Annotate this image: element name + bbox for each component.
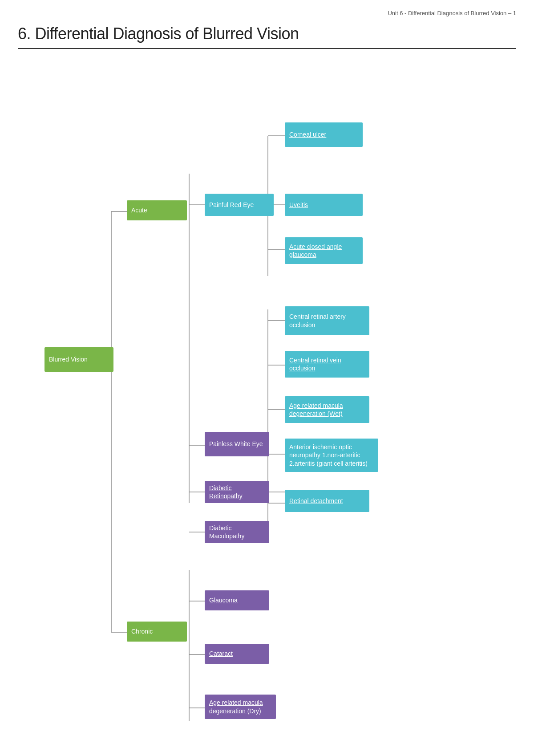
age-related-wet-node: Age related macula degeneration (Wet) — [285, 396, 369, 423]
cataract-node: Cataract — [205, 644, 269, 664]
central-retinal-artery-node: Central retinal artery occlusion — [285, 306, 369, 335]
uveitis-node: Uveitis — [285, 194, 363, 216]
painless-white-eye-node: Painless White Eye — [205, 432, 269, 456]
painful-red-eye-node: Painful Red Eye — [205, 194, 274, 216]
age-related-dry-node: Age related macula degeneration (Dry) — [205, 695, 276, 719]
diabetic-retinopathy-node: Diabetic Retinopathy — [205, 481, 269, 503]
title-divider — [18, 48, 516, 49]
chronic-node: Chronic — [127, 622, 187, 642]
glaucoma-node: Glaucoma — [205, 590, 269, 610]
page-header: Unit 6 - Differential Diagnosis of Blurr… — [388, 10, 516, 16]
diabetic-maculopathy-node: Diabetic Maculopathy — [205, 521, 269, 543]
corneal-ulcer-node: Corneal ulcer — [285, 122, 363, 147]
anterior-ischemic-node: Anterior ischemic optic neuropathy 1.non… — [285, 439, 378, 472]
retinal-detachment-node: Retinal detachment — [285, 490, 369, 512]
page-title: 6. Differential Diagnosis of Blurred Vis… — [18, 24, 299, 43]
blurred-vision-node: Blurred Vision — [44, 347, 113, 372]
connector-lines — [18, 58, 516, 744]
acute-node: Acute — [127, 200, 187, 220]
acute-closed-angle-node: Acute closed angle glaucoma — [285, 237, 363, 264]
diagram: Blurred Vision Acute Chronic Painful Red… — [18, 58, 516, 744]
central-retinal-vein-node: Central retinal vein occlusion — [285, 351, 369, 378]
